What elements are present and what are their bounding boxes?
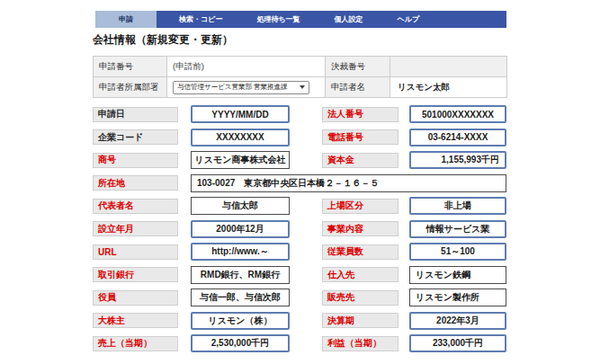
label-phone-number: 電話番号 [322,129,399,145]
label-listing-class: 上場区分 [322,199,399,214]
input-bank[interactable]: RMD銀行、RM銀行 [191,266,290,284]
label-officers: 役員 [93,290,178,306]
applicant-department-label: 申請者所属部署 [94,77,167,98]
input-customer[interactable]: リスモン製作所 [409,289,506,306]
input-phone-number[interactable]: 03-6214-XXXX [409,129,506,146]
input-address[interactable]: 103-0027 東京都中央区日本橋２－１６－５ [191,174,506,192]
applicant-name-value: リスモン太郎 [390,77,507,98]
label-employee-count: 従業員数 [322,244,399,260]
application-number-value: (申請前) [167,57,326,77]
input-established-date[interactable]: 2000年12月 [191,220,290,238]
input-supplier[interactable]: リスモン鉄鋼 [409,266,506,284]
tab-pending-list[interactable]: 処理待ち一覧 [245,11,311,28]
label-application-date: 申請日 [93,107,178,122]
tab-application[interactable]: 申請 [95,11,157,28]
label-bank: 取引銀行 [93,267,178,282]
input-url[interactable]: http://www.～ [191,243,290,261]
label-company-code: 企業コード [93,129,178,145]
input-major-shareholder[interactable]: リスモン（株） [191,312,290,330]
tab-personal-settings[interactable]: 個人設定 [323,11,375,28]
input-business-description[interactable]: 情報サービス業 [409,220,506,238]
application-header-table: 申請番号 (申請前) 決裁番号 申請者所属部署 与信管理サービス営業部 営業推進… [93,56,507,98]
label-business-description: 事業内容 [322,221,399,236]
input-sales-current[interactable]: 2,530,000千円 [191,334,290,352]
label-sales-current: 売上（当期） [93,336,178,351]
applicant-name-label: 申請者名 [326,77,390,98]
label-representative-name: 代表者名 [93,199,178,214]
applicant-department-cell: 与信管理サービス営業部 営業推進課 [167,77,326,98]
input-officers[interactable]: 与信一郎、与信次郎 [191,289,290,306]
input-company-code[interactable]: XXXXXXXX [191,129,290,146]
top-nav: 申請検索・コピー処理待ち一覧個人設定ヘルプ [95,11,506,28]
label-corporate-number: 法人番号 [322,107,399,122]
applicant-department-select[interactable]: 与信管理サービス営業部 営業推進課 [173,81,309,94]
approval-number-value [390,57,507,77]
input-representative-name[interactable]: 与信太郎 [191,197,290,215]
company-info-screen: 申請検索・コピー処理待ち一覧個人設定ヘルプ 会社情報（新規変更・更新） 申請番号… [0,0,609,364]
label-profit-current: 利益（当期） [322,336,399,351]
label-customer: 販売先 [322,290,399,306]
label-url: URL [93,244,178,260]
tab-help[interactable]: ヘルプ [386,11,432,28]
label-address: 所在地 [93,175,178,191]
input-capital[interactable]: 1,155,993千円 [409,151,506,169]
company-form: 申請日YYYY/MM/DD法人番号501000XXXXXXX企業コードXXXXX… [93,105,506,352]
input-listing-class[interactable]: 非上場 [409,197,506,215]
label-fiscal-term: 決算期 [322,313,399,328]
label-supplier: 仕入先 [322,267,399,282]
tab-search-copy[interactable]: 検索・コピー [167,11,234,28]
input-profit-current[interactable]: 233,000千円 [409,334,506,352]
chevron-down-icon [300,85,305,89]
page-title: 会社情報（新規変更・更新） [93,32,233,48]
input-employee-count[interactable]: 51～100 [409,243,506,261]
input-fiscal-term[interactable]: 2022年3月 [409,312,506,330]
application-number-label: 申請番号 [94,57,167,77]
input-trade-name[interactable]: リスモン商事株式会社 [191,151,290,169]
approval-number-label: 決裁番号 [326,57,390,77]
input-corporate-number[interactable]: 501000XXXXXXX [409,105,506,123]
label-established-date: 設立年月 [93,221,178,236]
applicant-department-selected: 与信管理サービス営業部 営業推進課 [177,83,288,92]
label-trade-name: 商号 [93,153,178,168]
label-capital: 資本金 [322,153,399,168]
label-major-shareholder: 大株主 [93,313,178,328]
input-application-date[interactable]: YYYY/MM/DD [191,105,290,123]
